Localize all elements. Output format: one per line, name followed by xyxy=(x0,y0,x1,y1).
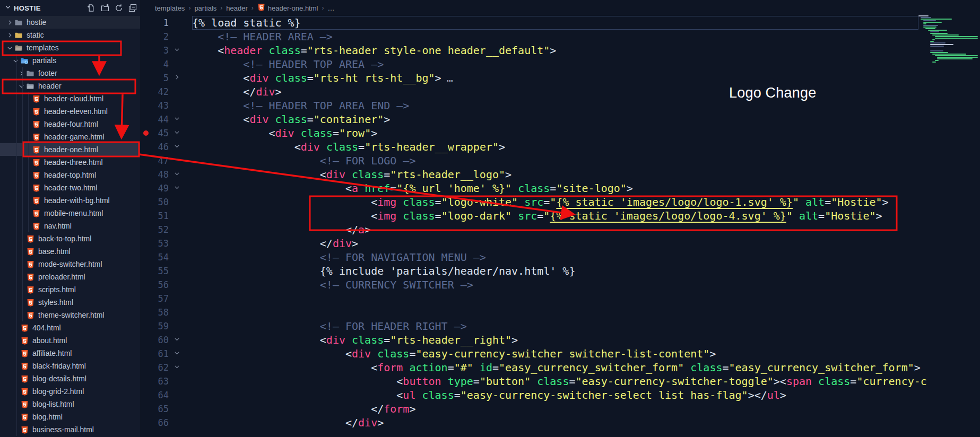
sidebar-file-about-html[interactable]: about.html xyxy=(0,334,140,347)
code-line-3[interactable]: 3<header class="rts-header style-one hea… xyxy=(140,43,980,57)
gutter[interactable]: 48 xyxy=(140,168,192,181)
code-line-44[interactable]: 44<div class="container"> xyxy=(140,112,980,126)
gutter[interactable]: 2 xyxy=(140,30,192,43)
gutter[interactable]: 5 xyxy=(140,71,192,85)
sidebar-file-header-top-html[interactable]: header-top.html xyxy=(0,169,140,181)
breakpoint-icon[interactable] xyxy=(143,130,149,136)
gutter[interactable]: 60 xyxy=(140,333,192,347)
code-line-53[interactable]: 53</div> xyxy=(140,237,980,250)
gutter[interactable]: 63 xyxy=(140,374,192,388)
breadcrumb-item[interactable]: header xyxy=(226,4,247,12)
sidebar-file-404-html[interactable]: 404.html xyxy=(0,321,140,334)
fold-chevron-right-icon[interactable] xyxy=(169,74,185,82)
sidebar-file-base-html[interactable]: base.html xyxy=(0,245,140,258)
sidebar-folder-footer[interactable]: footer xyxy=(0,67,140,80)
code-line-51[interactable]: 51<img class="logo-dark" src="{% static … xyxy=(140,209,980,223)
gutter[interactable]: 53 xyxy=(140,237,192,250)
sidebar-file-header-one-html[interactable]: header-one.html xyxy=(0,143,140,156)
sidebar-folder-static[interactable]: static xyxy=(0,29,140,41)
sidebar-folder-hostie[interactable]: hostie xyxy=(0,16,140,29)
code-line-50[interactable]: 50<img class="logo-white" src="{% static… xyxy=(140,195,980,209)
sidebar-file-theme-switcher-html[interactable]: theme-switcher.html xyxy=(0,309,140,321)
gutter[interactable]: 4 xyxy=(140,57,192,71)
sidebar-file-header-three-html[interactable]: header-three.html xyxy=(0,156,140,169)
gutter[interactable]: 3 xyxy=(140,43,192,57)
gutter[interactable]: 47 xyxy=(140,154,192,168)
sidebar-file-mobile-menu-html[interactable]: mobile-menu.html xyxy=(0,207,140,220)
gutter[interactable]: 46 xyxy=(140,140,192,154)
fold-chevron-down-icon[interactable] xyxy=(169,336,185,344)
code-line-46[interactable]: 46<div class="rts-header__wrapper"> xyxy=(140,140,980,154)
code-line-63[interactable]: 63<button type="button" class="easy-curr… xyxy=(140,374,980,388)
sidebar-folder-header[interactable]: header xyxy=(0,80,140,92)
sidebar-file-header-four-html[interactable]: header-four.html xyxy=(0,118,140,130)
code-line-45[interactable]: 45<div class="row"> xyxy=(140,126,980,140)
code-line-48[interactable]: 48<div class="rts-header__logo"> xyxy=(140,168,980,181)
code-line-62[interactable]: 62<form action="#" id="easy_currency_swi… xyxy=(140,361,980,374)
code-line-4[interactable]: 4<!— HEADER TOP AREA —> xyxy=(140,57,980,71)
new-file-icon[interactable] xyxy=(86,4,96,13)
code-line-60[interactable]: 60<div class="rts-header__right"> xyxy=(140,333,980,347)
sidebar-file-blog-grid-2-html[interactable]: blog-grid-2.html xyxy=(0,385,140,398)
code-line-58[interactable]: 58 xyxy=(140,305,980,319)
refresh-icon[interactable] xyxy=(114,4,123,13)
gutter[interactable]: 66 xyxy=(140,416,192,430)
sidebar-file-scripts-html[interactable]: scripts.html xyxy=(0,283,140,296)
sidebar-file-affiliate-html[interactable]: affiliate.html xyxy=(0,347,140,360)
code-line-61[interactable]: 61<div class="easy-currency-switcher swi… xyxy=(140,347,980,361)
fold-chevron-down-icon[interactable] xyxy=(169,129,185,137)
code-area[interactable]: 1{% load static %}2<!— HEADER AREA —>3<h… xyxy=(140,16,980,430)
gutter[interactable]: 44 xyxy=(140,112,192,126)
gutter[interactable]: 54 xyxy=(140,250,192,264)
fold-chevron-down-icon[interactable] xyxy=(169,363,185,372)
fold-chevron-down-icon[interactable] xyxy=(169,349,185,358)
gutter[interactable]: 62 xyxy=(140,361,192,374)
minimap[interactable] xyxy=(918,15,978,66)
code-line-43[interactable]: 43<!— HEADER TOP AREA END —> xyxy=(140,99,980,112)
code-line-59[interactable]: 59<!— FOR HEADER RIGHT —> xyxy=(140,319,980,333)
gutter[interactable]: 59 xyxy=(140,319,192,333)
explorer-section-header[interactable]: HOSTIE xyxy=(0,0,140,16)
code-line-2[interactable]: 2<!— HEADER AREA —> xyxy=(140,30,980,43)
sidebar-file-black-friday-html[interactable]: black-friday.html xyxy=(0,360,140,372)
sidebar-file-business-mail-html[interactable]: business-mail.html xyxy=(0,423,140,436)
gutter[interactable]: 49 xyxy=(140,181,192,195)
gutter[interactable]: 51 xyxy=(140,209,192,223)
gutter[interactable]: 55 xyxy=(140,264,192,278)
gutter[interactable]: 52 xyxy=(140,223,192,237)
breadcrumb-item[interactable]: partials xyxy=(194,4,216,12)
code-line-55[interactable]: 55{% include 'partials/header/nav.html' … xyxy=(140,264,980,278)
gutter[interactable]: 64 xyxy=(140,388,192,402)
code-line-49[interactable]: 49<a href="{% url 'home' %}" class="site… xyxy=(140,181,980,195)
code-line-1[interactable]: 1{% load static %} xyxy=(140,16,980,30)
code-line-54[interactable]: 54<!— FOR NAVIGATION MENU —> xyxy=(140,250,980,264)
code-line-64[interactable]: 64<ul class="easy-currency-switcher-sele… xyxy=(140,388,980,402)
gutter[interactable]: 43 xyxy=(140,99,192,112)
new-folder-icon[interactable] xyxy=(100,4,109,13)
sidebar-file-back-to-top-html[interactable]: back-to-top.html xyxy=(0,232,140,245)
fold-chevron-down-icon[interactable] xyxy=(169,184,185,193)
gutter[interactable]: 61 xyxy=(140,347,192,361)
code-line-65[interactable]: 65</form> xyxy=(140,402,980,416)
gutter[interactable]: 57 xyxy=(140,292,192,305)
gutter[interactable]: 56 xyxy=(140,278,192,292)
sidebar-file-blog-list-html[interactable]: blog-list.html xyxy=(0,398,140,410)
code-line-47[interactable]: 47<!— FOR LOGO —> xyxy=(140,154,980,168)
sidebar-file-styles-html[interactable]: styles.html xyxy=(0,296,140,309)
sidebar-folder-templates[interactable]: templates xyxy=(0,41,140,54)
gutter[interactable]: 45 xyxy=(140,126,192,140)
fold-chevron-down-icon[interactable] xyxy=(169,143,185,151)
fold-chevron-down-icon[interactable] xyxy=(169,170,185,179)
gutter[interactable]: 50 xyxy=(140,195,192,209)
gutter[interactable]: 1 xyxy=(140,16,192,30)
code-line-66[interactable]: 66</div> xyxy=(140,416,980,430)
gutter[interactable]: 65 xyxy=(140,402,192,416)
sidebar-folder-partials[interactable]: partials xyxy=(0,54,140,67)
breadcrumb-item[interactable]: … xyxy=(327,4,334,12)
sidebar-file-header-game-html[interactable]: header-game.html xyxy=(0,130,140,143)
code-line-57[interactable]: 57 xyxy=(140,292,980,305)
sidebar-file-header-with-bg-html[interactable]: header-with-bg.html xyxy=(0,194,140,207)
sidebar-file-nav-html[interactable]: nav.html xyxy=(0,220,140,232)
collapse-all-icon[interactable] xyxy=(128,4,137,13)
sidebar-file-blog-html[interactable]: blog.html xyxy=(0,410,140,423)
